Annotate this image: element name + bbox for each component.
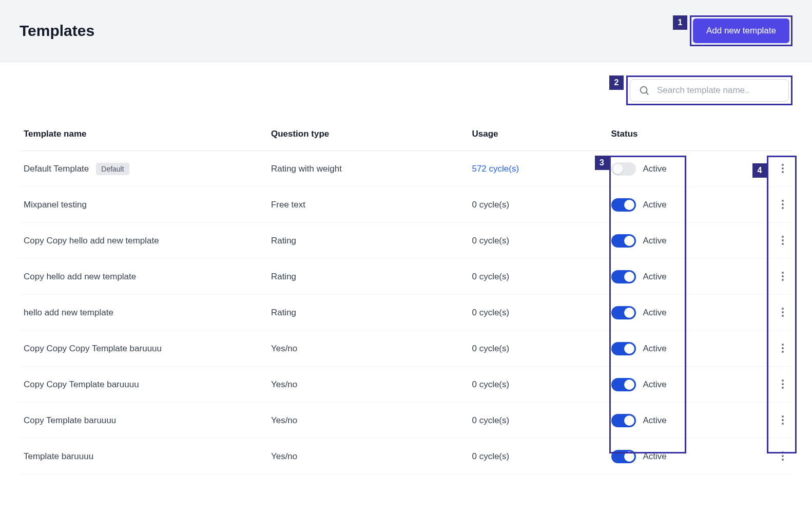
status-toggle[interactable] [611, 414, 636, 427]
svg-point-8 [782, 236, 784, 238]
callout-badge-1: 1 [673, 15, 687, 30]
search-row: 2 [0, 62, 812, 110]
status-toggle[interactable] [611, 162, 636, 176]
status-toggle[interactable] [611, 198, 636, 212]
question-type: Yes/no [267, 367, 468, 403]
usage-value: 0 cycle(s) [472, 272, 509, 281]
svg-point-18 [782, 347, 784, 349]
question-type: Rating [267, 223, 468, 259]
kebab-icon [781, 415, 784, 425]
svg-point-12 [782, 275, 784, 277]
table-row: Copy hello add new templateRating0 cycle… [20, 259, 792, 295]
status-label: Active [643, 308, 667, 318]
svg-point-3 [782, 167, 784, 169]
template-name: Template baruuuu [24, 451, 93, 461]
kebab-icon [781, 343, 784, 353]
usage-value: 0 cycle(s) [472, 236, 509, 245]
svg-point-26 [782, 451, 784, 453]
row-menu-button[interactable] [777, 449, 788, 463]
question-type: Rating [267, 295, 468, 331]
svg-point-24 [782, 419, 784, 421]
col-header-name: Template name [20, 121, 267, 151]
status-label: Active [643, 164, 667, 174]
row-menu-button[interactable] [777, 161, 788, 176]
status-label: Active [643, 200, 667, 210]
svg-point-28 [782, 459, 784, 461]
default-badge: Default [96, 163, 129, 175]
usage-value[interactable]: 572 cycle(s) [472, 164, 519, 174]
svg-point-4 [782, 171, 784, 173]
status-label: Active [643, 451, 667, 462]
status-toggle[interactable] [611, 270, 636, 283]
page-title: Templates [20, 22, 94, 40]
svg-point-6 [782, 203, 784, 205]
status-label: Active [643, 380, 667, 390]
svg-point-19 [782, 351, 784, 353]
question-type: Yes/no [267, 439, 468, 475]
status-toggle[interactable] [611, 234, 636, 248]
callout-1-frame: 1 Add new template [690, 15, 792, 46]
svg-point-10 [782, 243, 784, 245]
status-label: Active [643, 415, 667, 426]
svg-point-9 [782, 239, 784, 241]
search-icon [639, 85, 650, 96]
callout-badge-2: 2 [609, 75, 624, 90]
svg-point-17 [782, 344, 784, 346]
row-menu-button[interactable] [777, 233, 788, 248]
svg-point-13 [782, 279, 784, 281]
status-label: Active [643, 272, 667, 282]
template-name: Mixpanel testing [24, 200, 87, 210]
svg-point-7 [782, 207, 784, 209]
svg-point-21 [782, 383, 784, 385]
svg-line-1 [646, 92, 648, 94]
question-type: Yes/no [267, 403, 468, 439]
row-menu-button[interactable] [777, 305, 788, 319]
col-header-status: Status [607, 121, 746, 151]
col-header-usage: Usage [468, 121, 607, 151]
svg-point-15 [782, 311, 784, 313]
status-toggle[interactable] [611, 378, 636, 391]
question-type: Rating with weight [267, 151, 468, 187]
svg-point-20 [782, 380, 784, 382]
kebab-icon [781, 271, 784, 281]
row-menu-button[interactable] [777, 413, 788, 427]
svg-point-0 [641, 87, 647, 93]
status-toggle[interactable] [611, 450, 636, 463]
template-name: Copy Copy Template baruuuu [24, 380, 139, 389]
row-menu-button[interactable] [777, 269, 788, 283]
add-new-template-button[interactable]: Add new template [693, 18, 789, 43]
svg-point-11 [782, 272, 784, 274]
template-name: Default Template [24, 164, 89, 174]
callout-2-frame: 2 [626, 75, 792, 105]
table-row: Copy Copy Template baruuuuYes/no0 cycle(… [20, 367, 792, 403]
template-name: Copy Copy Copy Template baruuuu [24, 344, 162, 353]
page-header: Templates 1 Add new template [0, 0, 812, 62]
status-label: Active [643, 344, 667, 354]
usage-value: 0 cycle(s) [472, 451, 509, 461]
question-type: Rating [267, 259, 468, 295]
kebab-icon [781, 307, 784, 317]
usage-value: 0 cycle(s) [472, 200, 509, 210]
table-row: Copy Copy hello add new templateRating0 … [20, 223, 792, 259]
col-header-menu [746, 121, 792, 151]
template-name: hello add new template [24, 308, 113, 317]
table-row: Default TemplateDefaultRating with weigh… [20, 151, 792, 187]
search-box[interactable] [630, 79, 789, 102]
svg-point-2 [782, 164, 784, 166]
question-type: Yes/no [267, 331, 468, 367]
row-menu-button[interactable] [777, 341, 788, 355]
kebab-icon [781, 379, 784, 389]
template-name: Copy hello add new template [24, 272, 136, 281]
question-type: Free text [267, 187, 468, 223]
status-toggle[interactable] [611, 342, 636, 355]
status-toggle[interactable] [611, 306, 636, 319]
table-wrap: Template name Question type Usage Status… [0, 110, 812, 495]
row-menu-button[interactable] [777, 377, 788, 391]
kebab-icon [781, 199, 784, 210]
status-label: Active [643, 236, 667, 246]
row-menu-button[interactable] [777, 197, 788, 212]
search-input[interactable] [657, 85, 780, 96]
svg-point-23 [782, 415, 784, 418]
svg-point-16 [782, 315, 784, 317]
template-name: Copy Template baruuuu [24, 415, 116, 425]
